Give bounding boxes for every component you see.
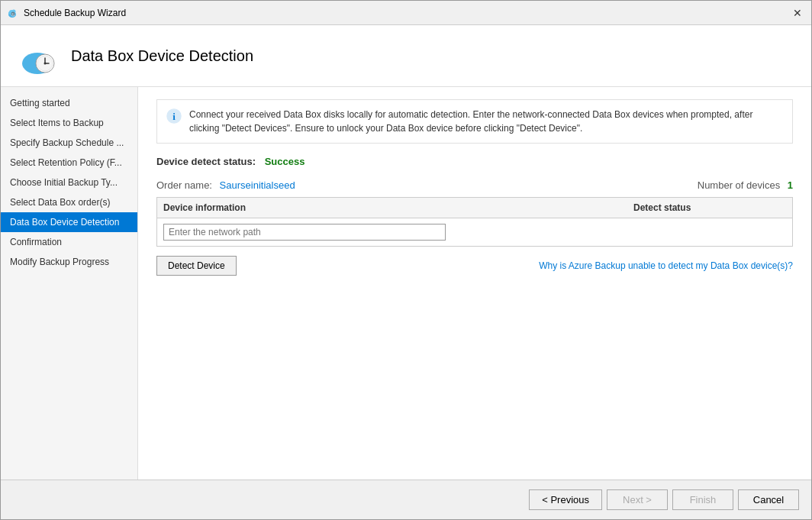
sidebar-item-getting-started[interactable]: Getting started xyxy=(1,93,137,113)
sidebar: Getting started Select Items to Backup S… xyxy=(1,87,138,480)
order-name-section: Order name: Saurseinitialseed xyxy=(156,179,295,191)
detect-btn-row: Detect Device Why is Azure Backup unable… xyxy=(156,256,793,276)
order-name-label: Order name: xyxy=(156,179,212,191)
header: Data Box Device Detection xyxy=(1,25,811,87)
svg-point-3 xyxy=(8,11,11,15)
sidebar-item-choose-initial[interactable]: Choose Initial Backup Ty... xyxy=(1,173,137,192)
sidebar-item-confirmation[interactable]: Confirmation xyxy=(1,232,137,252)
num-devices-section: Number of devices 1 xyxy=(698,179,793,191)
order-name-value: Saurseinitialseed xyxy=(220,179,295,191)
col-header-detect-status: Detect status xyxy=(633,202,786,213)
cancel-button[interactable]: Cancel xyxy=(738,489,799,510)
status-label: Device detect status: xyxy=(156,156,256,167)
device-info-cell xyxy=(163,224,633,241)
sidebar-item-databox-detection[interactable]: Data Box Device Detection xyxy=(1,212,137,232)
num-devices-value: 1 xyxy=(788,179,793,191)
titlebar: Schedule Backup Wizard ✕ xyxy=(1,1,811,25)
detect-device-button[interactable]: Detect Device xyxy=(156,256,237,276)
sidebar-item-select-databox-order[interactable]: Select Data Box order(s) xyxy=(1,192,137,212)
finish-button[interactable]: Finish xyxy=(672,489,733,510)
help-link[interactable]: Why is Azure Backup unable to detect my … xyxy=(539,260,793,271)
sidebar-item-select-retention[interactable]: Select Retention Policy (F... xyxy=(1,153,137,173)
app-icon xyxy=(7,7,19,19)
svg-text:i: i xyxy=(172,111,176,122)
device-table-row xyxy=(157,218,792,246)
device-table: Device information Detect status xyxy=(156,197,793,247)
body: Getting started Select Items to Backup S… xyxy=(1,87,811,480)
window-title: Schedule Backup Wizard xyxy=(24,8,790,18)
status-value: Success xyxy=(265,156,305,167)
network-path-input[interactable] xyxy=(163,224,446,241)
content: i Connect your received Data Box disks l… xyxy=(138,87,811,480)
info-text: Connect your received Data Box disks loc… xyxy=(189,108,783,135)
previous-button[interactable]: < Previous xyxy=(529,489,602,510)
num-devices-label: Number of devices xyxy=(698,179,780,191)
sidebar-item-modify-backup[interactable]: Modify Backup Progress xyxy=(1,252,137,272)
device-table-header: Device information Detect status xyxy=(157,198,792,218)
sidebar-item-select-items[interactable]: Select Items to Backup xyxy=(1,113,137,133)
window: Schedule Backup Wizard ✕ Data Box Device… xyxy=(0,0,812,520)
page-title: Data Box Device Detection xyxy=(71,47,253,65)
info-icon: i xyxy=(166,108,182,124)
next-button[interactable]: Next > xyxy=(607,489,668,510)
sidebar-item-specify-schedule[interactable]: Specify Backup Schedule ... xyxy=(1,133,137,153)
info-box: i Connect your received Data Box disks l… xyxy=(156,99,793,144)
header-icon xyxy=(16,34,59,77)
close-button[interactable]: ✕ xyxy=(790,5,805,21)
footer: < Previous Next > Finish Cancel xyxy=(1,480,811,519)
order-info: Order name: Saurseinitialseed Number of … xyxy=(156,179,793,191)
svg-point-16 xyxy=(44,63,47,65)
col-header-device-info: Device information xyxy=(163,202,633,213)
status-line: Device detect status: Success xyxy=(156,156,793,167)
